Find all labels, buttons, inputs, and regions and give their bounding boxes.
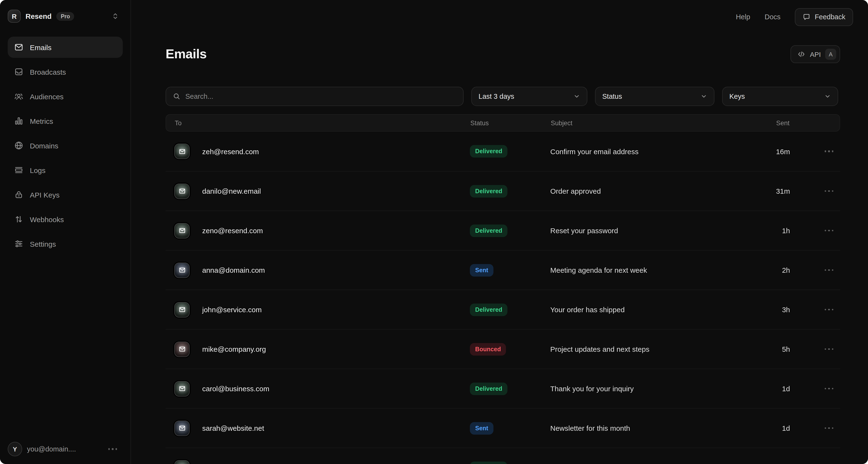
search-icon (173, 92, 181, 100)
envelope-icon (14, 42, 24, 52)
sent-time: 5h (752, 345, 790, 353)
status-badge: Delivered (470, 461, 508, 464)
api-button[interactable]: API A (791, 45, 840, 63)
top-bar: Help Docs Feedback (131, 0, 868, 27)
sidebar-item-logs[interactable]: Logs (8, 160, 123, 181)
help-link[interactable]: Help (736, 13, 750, 21)
sidebar-item-metrics[interactable]: Metrics (8, 110, 123, 132)
api-label: API (810, 50, 821, 58)
row-menu-icon[interactable] (790, 309, 840, 311)
chevron-down-icon (574, 93, 580, 100)
workspace-switcher[interactable]: R Resend Pro (0, 0, 130, 29)
table-row[interactable]: anna@domain.com Sent Meeting agenda for … (165, 250, 840, 290)
email-avatar-envelope-icon (174, 381, 190, 396)
sidebar-item-webhooks[interactable]: Webhooks (8, 209, 123, 230)
email-subject: Your order has shipped (550, 306, 752, 314)
user-more-icon[interactable] (108, 448, 124, 450)
chat-bubble-icon (803, 13, 810, 21)
table-row[interactable]: danilo@new.email Delivered Order approve… (165, 171, 840, 210)
date-range-value: Last 3 days (478, 92, 514, 100)
row-menu-icon[interactable] (790, 190, 840, 192)
sidebar-item-api-keys[interactable]: API Keys (8, 184, 123, 205)
user-email: you@domain.... (27, 445, 76, 453)
status-badge: Delivered (470, 303, 508, 316)
docs-link[interactable]: Docs (765, 13, 781, 21)
sent-time: 16m (752, 147, 790, 155)
feedback-button[interactable]: Feedback (795, 8, 853, 26)
column-sent: Sent (753, 119, 789, 126)
status-badge: Bounced (470, 343, 506, 355)
user-avatar: Y (8, 442, 22, 456)
sidebar-item-label: Logs (30, 166, 45, 174)
row-menu-icon[interactable] (790, 348, 840, 350)
row-menu-icon[interactable] (790, 151, 840, 152)
rows-icon (14, 165, 24, 175)
sidebar-item-settings[interactable]: Settings (8, 233, 123, 254)
sidebar-item-emails[interactable]: Emails (8, 37, 123, 58)
recipient-email: danilo@new.email (202, 187, 261, 195)
content: Emails API A Last 3 days (165, 45, 840, 464)
sidebar-item-label: Settings (30, 240, 56, 248)
sent-time: 1d (752, 384, 790, 393)
row-menu-icon[interactable] (790, 427, 840, 429)
keys-select[interactable]: Keys (722, 87, 838, 106)
sent-time: 2h (752, 266, 790, 274)
table-row[interactable]: zeno@resend.com Delivered Reset your pas… (165, 210, 840, 250)
resend-logo: R (8, 10, 21, 23)
bar-chart-icon (14, 116, 24, 126)
table-row[interactable]: john@service.com Delivered Your order ha… (165, 290, 840, 329)
row-menu-icon[interactable] (790, 269, 840, 271)
keys-value: Keys (730, 92, 745, 100)
status-badge: Delivered (470, 185, 508, 197)
sliders-icon (14, 239, 24, 249)
table-row[interactable]: sarah@website.net Sent Newsletter for th… (165, 408, 840, 447)
sidebar-item-audiences[interactable]: Audiences (8, 86, 123, 107)
sent-time: 1h (752, 227, 790, 235)
email-avatar-envelope-icon (174, 341, 190, 357)
recipient-email: anna@domain.com (202, 266, 265, 274)
status-badge: Sent (470, 264, 493, 276)
table-row[interactable]: carol@business.com Delivered Thank you f… (165, 369, 840, 408)
table-row[interactable]: Delivered (165, 447, 840, 464)
user-menu[interactable]: Y you@domain.... (8, 442, 124, 456)
sidebar-item-domains[interactable]: Domains (8, 135, 123, 156)
recipient-email: sarah@website.net (202, 424, 264, 432)
date-range-select[interactable]: Last 3 days (471, 87, 587, 106)
lock-icon (14, 190, 24, 200)
filter-bar: Last 3 days Status Keys (165, 87, 840, 106)
users-icon (14, 91, 24, 101)
recipient-email: zeh@resend.com (202, 147, 259, 155)
row-menu-icon[interactable] (790, 230, 840, 232)
email-avatar-envelope-icon (174, 223, 190, 238)
search-input[interactable] (185, 92, 456, 100)
sidebar-item-broadcasts[interactable]: Broadcasts (8, 61, 123, 82)
status-badge: Sent (470, 422, 493, 434)
chevron-down-icon (701, 93, 707, 100)
email-subject: Thank you for your inquiry (550, 384, 752, 393)
recipient-email: zeno@resend.com (202, 227, 263, 235)
sidebar-item-label: Metrics (30, 117, 53, 125)
recipient-email: carol@business.com (202, 384, 269, 393)
recipient-email: john@service.com (202, 306, 262, 314)
status-select[interactable]: Status (595, 87, 714, 106)
chevron-up-down-icon (112, 12, 119, 20)
table-header: To Status Subject Sent (165, 114, 840, 132)
table-row[interactable]: mike@company.org Bounced Project updates… (165, 329, 840, 369)
code-icon (798, 50, 806, 58)
plan-badge: Pro (56, 12, 74, 21)
status-badge: Delivered (470, 382, 508, 395)
status-value: Status (602, 92, 622, 100)
sidebar-item-label: Broadcasts (30, 68, 66, 76)
email-avatar-envelope-icon (174, 183, 190, 199)
sent-time: 1d (752, 424, 790, 432)
arrows-up-down-icon (14, 214, 24, 224)
table-row[interactable]: zeh@resend.com Delivered Confirm your em… (165, 132, 840, 171)
sidebar: R Resend Pro Emails Broadcasts Audiences (0, 0, 131, 464)
email-avatar-envelope-icon (174, 302, 190, 317)
row-menu-icon[interactable] (790, 388, 840, 389)
sidebar-nav: Emails Broadcasts Audiences Metrics Doma… (0, 29, 130, 258)
chevron-down-icon (824, 93, 831, 100)
email-subject: Reset your password (550, 227, 752, 235)
recipient-email: mike@company.org (202, 345, 266, 353)
column-to: To (166, 119, 470, 126)
